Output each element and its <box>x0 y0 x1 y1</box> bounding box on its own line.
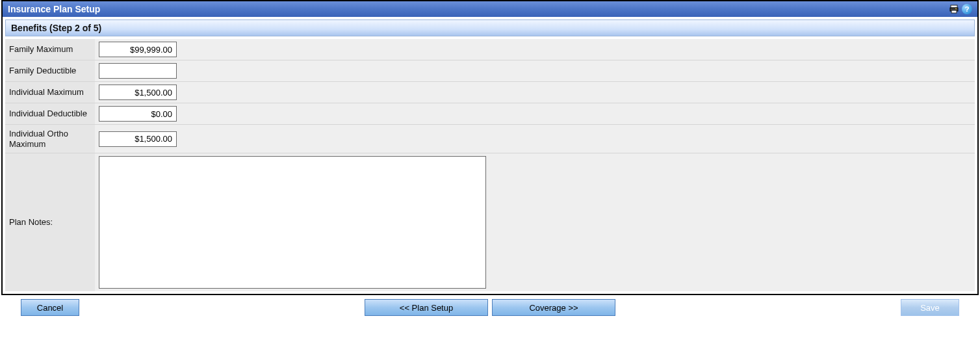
svg-rect-2 <box>951 10 957 13</box>
insurance-plan-setup-window: Insurance Plan Setup ? Benefits (Step 2 … <box>1 0 979 295</box>
label-family-deductible: Family Deductible <box>5 60 95 81</box>
prev-step-button[interactable]: << Plan Setup <box>365 299 488 316</box>
label-individual-maximum: Individual Maximum <box>5 82 95 103</box>
label-individual-deductible: Individual Deductible <box>5 103 95 124</box>
save-button: Save <box>901 299 959 316</box>
step-header: Benefits (Step 2 of 5) <box>5 20 975 36</box>
input-individual-maximum[interactable] <box>99 85 177 100</box>
input-family-maximum[interactable] <box>99 42 177 57</box>
window-title: Insurance Plan Setup <box>8 4 949 14</box>
row-family-maximum: Family Maximum <box>5 39 975 60</box>
svg-rect-3 <box>955 8 957 9</box>
row-individual-deductible: Individual Deductible <box>5 103 975 124</box>
help-icon[interactable]: ? <box>962 4 972 14</box>
nav-buttons: << Plan Setup Coverage >> <box>365 299 615 316</box>
cancel-button[interactable]: Cancel <box>21 299 79 316</box>
titlebar: Insurance Plan Setup ? <box>3 1 977 17</box>
row-individual-maximum: Individual Maximum <box>5 81 975 103</box>
input-individual-deductible[interactable] <box>99 106 177 122</box>
input-family-deductible[interactable] <box>99 63 177 79</box>
label-family-maximum: Family Maximum <box>5 39 95 60</box>
next-step-button[interactable]: Coverage >> <box>492 299 615 316</box>
row-family-deductible: Family Deductible <box>5 60 975 81</box>
wizard-button-bar: Cancel << Plan Setup Coverage >> Save <box>1 295 979 320</box>
label-individual-ortho-maximum: Individual Ortho Maximum <box>5 125 95 153</box>
textarea-plan-notes[interactable] <box>99 156 486 289</box>
svg-rect-0 <box>951 5 957 8</box>
print-icon[interactable] <box>949 4 959 14</box>
input-individual-ortho-maximum[interactable] <box>99 131 177 147</box>
benefits-form: Family Maximum Family Deductible Individ… <box>5 39 975 291</box>
row-plan-notes: Plan Notes: <box>5 153 975 291</box>
titlebar-icons: ? <box>949 4 972 14</box>
label-plan-notes: Plan Notes: <box>5 153 95 291</box>
row-individual-ortho-maximum: Individual Ortho Maximum <box>5 124 975 153</box>
